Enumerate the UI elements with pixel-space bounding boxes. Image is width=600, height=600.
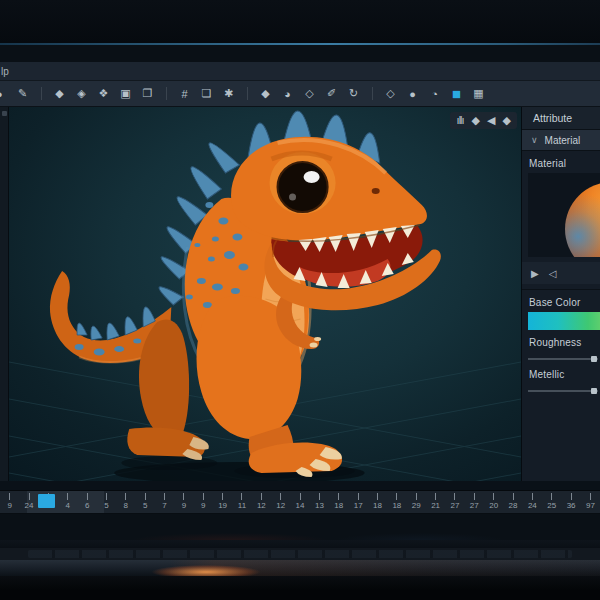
frame-tick	[164, 493, 165, 500]
duplicate-icon[interactable]: ❐	[138, 85, 157, 103]
timeline-frame[interactable]: 19	[213, 491, 232, 513]
frame-tick	[532, 493, 533, 500]
frame-number: 27	[470, 501, 479, 510]
viewport-overlay-toolbar: ıllı◆◀◆	[450, 112, 517, 129]
back-arrow-icon[interactable]: ◀	[487, 115, 494, 126]
chevron-down-icon[interactable]: ∨	[531, 135, 538, 145]
frame-number: 13	[315, 501, 324, 510]
separator[interactable]	[372, 87, 373, 100]
active-tool-icon[interactable]: ■	[447, 85, 466, 103]
timeline-frame[interactable]: 27	[465, 491, 484, 513]
timeline-frame[interactable]: 36	[561, 491, 580, 513]
timeline-frame[interactable]: 29	[407, 491, 426, 513]
settings-gear-icon[interactable]: ✱	[219, 85, 238, 103]
left-panel-edge[interactable]	[0, 107, 9, 481]
scale-tool-icon[interactable]: ◇	[381, 85, 400, 103]
frame-number: 24	[528, 501, 537, 510]
snap-grid-icon[interactable]: #	[175, 85, 194, 103]
paint-drop-icon[interactable]: ◕	[278, 85, 297, 103]
laptop-bezel-top	[0, 0, 600, 43]
roughness-slider[interactable]	[528, 355, 598, 362]
timeline-frame[interactable]: 8	[116, 491, 135, 513]
gem-shade-icon[interactable]: ◆	[503, 115, 510, 126]
base-color-swatch[interactable]	[528, 312, 600, 330]
timeline-frame[interactable]: 18	[387, 491, 406, 513]
timeline-frame[interactable]: 11	[232, 491, 251, 513]
grid-view-icon[interactable]: ▦	[469, 85, 488, 103]
timeline-frame[interactable]: 9	[0, 491, 19, 513]
timeline-frame[interactable]: 4	[58, 491, 77, 513]
timeline-frame[interactable]: 18	[329, 491, 348, 513]
timeline-frame[interactable]: 12	[271, 491, 290, 513]
sphere-tool-icon[interactable]: ●	[403, 85, 422, 103]
laptop-base-shadow	[0, 576, 600, 600]
gem-view-icon[interactable]: ◆	[472, 115, 479, 126]
timeline-frame[interactable]: 28	[503, 491, 522, 513]
frame-tick	[396, 493, 397, 500]
screen-panel-icon[interactable]: ▣	[116, 85, 135, 103]
material-diamond-icon[interactable]: ◆	[256, 85, 275, 103]
timeline-frame[interactable]: 14	[290, 491, 309, 513]
metallic-label: Metellic	[529, 369, 600, 380]
timeline-frame[interactable]: 27	[445, 491, 464, 513]
viewport-canvas[interactable]	[9, 107, 521, 481]
timeline-frame[interactable]: 5	[136, 491, 155, 513]
transform-tool-icon[interactable]: ❖	[94, 85, 113, 103]
timeline-frame[interactable]: 24	[19, 491, 38, 513]
frame-tick	[241, 493, 242, 500]
facet-diamond-icon[interactable]: ◇	[300, 85, 319, 103]
frame-tick	[9, 493, 10, 500]
pen-tool-icon[interactable]: ✐	[322, 85, 341, 103]
timeline-frame[interactable]: 20	[484, 491, 503, 513]
attribute-panel: Attribute ∨ Material Material ▶◁ Base Co…	[521, 107, 600, 481]
frame-tick	[416, 493, 417, 500]
export-file-icon[interactable]: ❏	[197, 85, 216, 103]
timeline-frame[interactable]: 25	[542, 491, 561, 513]
frame-number: 25	[547, 501, 556, 510]
rotate-tool-icon[interactable]: ↻	[344, 85, 363, 103]
timeline-frame[interactable]: 17	[348, 491, 367, 513]
timeline-playhead[interactable]	[38, 494, 55, 508]
metallic-slider[interactable]	[528, 387, 598, 394]
timeline-frame[interactable]: 9	[174, 491, 193, 513]
timeline-frame[interactable]: 24	[523, 491, 542, 513]
dinosaur-model[interactable]	[50, 111, 441, 477]
menu-bar[interactable]: lp	[0, 62, 600, 81]
timeline-frame[interactable]: 97	[581, 491, 600, 513]
frame-tick	[338, 493, 339, 500]
move-tool-icon[interactable]: ◈	[72, 85, 91, 103]
roughness-slider-handle[interactable]	[591, 356, 597, 362]
material-section-header[interactable]: ∨ Material	[522, 130, 600, 151]
metallic-slider-handle[interactable]	[591, 388, 597, 394]
viewport-3d[interactable]: ıllı◆◀◆	[9, 107, 521, 481]
frame-tick	[454, 493, 455, 500]
frame-number: 9	[201, 501, 205, 510]
material-preview[interactable]	[528, 173, 600, 257]
frame-number: 27	[450, 501, 459, 510]
frame-number: 20	[489, 501, 498, 510]
levels-icon[interactable]: ıllı	[457, 115, 464, 126]
menu-item-help-cut[interactable]: lp	[1, 66, 9, 77]
separator[interactable]	[247, 87, 248, 100]
timeline-frame[interactable]: 6	[77, 491, 96, 513]
timeline-frame[interactable]: 21	[426, 491, 445, 513]
timeline-ruler[interactable]: 9 24 3 4	[0, 490, 600, 514]
timeline-frame[interactable]: 7	[155, 491, 174, 513]
material-label: Material	[529, 158, 600, 169]
speaker-button[interactable]: ◁	[549, 268, 557, 279]
select-diamond-icon[interactable]: ◆	[50, 85, 69, 103]
timeline-frame[interactable]: 9	[194, 491, 213, 513]
separator[interactable]	[166, 87, 167, 100]
separator[interactable]	[41, 87, 42, 100]
eraser-icon[interactable]: ✎	[13, 85, 32, 103]
play-button[interactable]: ▶	[531, 268, 539, 279]
shading-mode-icon[interactable]: ◔	[425, 85, 444, 103]
timeline-frame[interactable]: 12	[252, 491, 271, 513]
main-area: ıllı◆◀◆ Attribute ∨ Material Material ▶◁	[0, 107, 600, 481]
attribute-panel-header[interactable]: Attribute	[522, 107, 600, 130]
frame-number: 36	[567, 501, 576, 510]
timeline-frame[interactable]: 18	[368, 491, 387, 513]
timeline-frame[interactable]: 5	[97, 491, 116, 513]
timeline-frame[interactable]: 13	[310, 491, 329, 513]
brush-partial-icon[interactable]: ◗	[0, 85, 10, 103]
